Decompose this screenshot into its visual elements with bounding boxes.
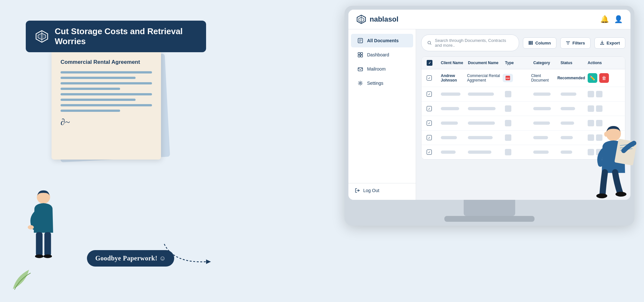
dashboard-label: Dashboard <box>367 52 389 57</box>
doc-front: Commercial Rental Agreement ∂~ <box>52 50 161 160</box>
skeleton-client-5 <box>441 136 457 139</box>
col-type: Type <box>505 61 531 65</box>
monitor-base <box>444 216 535 222</box>
search-placeholder: Search through Documents, Contracts and … <box>435 38 513 48</box>
user-icon[interactable]: 👤 <box>614 15 623 24</box>
skeleton-doc-3 <box>468 107 496 110</box>
skeleton-type-5 <box>505 134 511 141</box>
export-btn-label: Export <box>607 41 620 45</box>
goodbye-bubble: Goodbye Paperwork! ☺ <box>87 250 174 267</box>
svg-rect-19 <box>358 55 360 57</box>
skeleton-type-6 <box>505 149 511 155</box>
svg-rect-17 <box>358 53 360 54</box>
settings-icon <box>357 80 363 86</box>
document-illustration: Commercial Rental Agreement ∂~ <box>52 50 180 166</box>
left-section: Cut Storage Costs and Retrieval Worries … <box>0 0 206 302</box>
skeleton-client-2 <box>441 93 460 96</box>
app-header: nablasol 🔔 👤 <box>348 10 630 29</box>
doc-line-6 <box>61 99 136 101</box>
row-checkbox-6[interactable] <box>427 150 432 155</box>
doc-line-3 <box>61 82 152 84</box>
badge-text: Cut Storage Costs and Retrieval Worries <box>55 26 197 46</box>
sidebar-item-dashboard[interactable]: Dashboard <box>351 48 413 62</box>
skeleton-action-2a <box>588 91 594 97</box>
doc-line-1 <box>61 71 152 73</box>
skeleton-client-4 <box>441 122 458 125</box>
status-1: Recommended <box>557 76 585 80</box>
svg-point-36 <box>604 132 608 137</box>
toolbar: Search through Documents, Contracts and … <box>421 34 625 51</box>
sidebar-logout[interactable]: Log Out <box>348 183 416 198</box>
category-1: Client Document <box>531 73 555 83</box>
svg-line-25 <box>430 44 431 45</box>
filters-button[interactable]: Filters <box>560 37 591 49</box>
row-checkbox-1[interactable] <box>427 75 432 81</box>
logo-text: nablasol <box>370 15 398 24</box>
col-actions: Actions <box>588 61 620 65</box>
edit-button-1[interactable]: ✏️ <box>588 73 597 83</box>
skeleton-type-2 <box>505 91 511 97</box>
filters-btn-label: Filters <box>573 41 585 45</box>
col-category: Category <box>533 61 558 65</box>
skeleton-status-3 <box>561 107 575 110</box>
select-all-checkbox[interactable]: ✓ <box>427 60 432 66</box>
search-box[interactable]: Search through Documents, Contracts and … <box>421 34 519 51</box>
sidebar-item-all-documents[interactable]: All Documents <box>351 34 413 47</box>
nablasol-logo-icon <box>356 14 366 24</box>
skeleton-type-3 <box>505 105 511 112</box>
skeleton-status-2 <box>561 93 577 96</box>
doc-title: Commercial Rental Agreement <box>61 59 152 65</box>
sidebar-nav: All Documents Dashboard <box>348 33 416 183</box>
doc-line-4 <box>61 88 120 90</box>
skeleton-cat-5 <box>533 136 548 139</box>
leaf-decoration <box>10 267 35 292</box>
badge-icon <box>35 29 49 44</box>
person-right-figure <box>586 119 641 209</box>
header-icons: 🔔 👤 <box>600 15 623 24</box>
documents-icon <box>357 38 363 44</box>
skeleton-doc-6 <box>468 151 491 154</box>
logout-label: Log Out <box>363 188 379 193</box>
table-row-skeleton-3 <box>421 102 625 116</box>
export-button[interactable]: Export <box>594 37 625 49</box>
row-checkbox-2[interactable] <box>427 92 432 97</box>
col-doc-name: Document Name <box>468 61 502 65</box>
pdf-icon: PDF <box>505 75 510 81</box>
doc-name-1: Commercial Rental Aggrement <box>467 73 500 83</box>
table-row-skeleton-2 <box>421 87 625 102</box>
row-checkbox-3[interactable] <box>427 106 432 111</box>
column-button[interactable]: Column <box>523 37 556 49</box>
badge-container: Cut Storage Costs and Retrieval Worries <box>26 21 206 52</box>
doc-signature: ∂~ <box>61 117 152 127</box>
column-btn-label: Column <box>535 41 551 45</box>
monitor-wrapper: nablasol 🔔 👤 <box>345 6 634 226</box>
sidebar-item-mailroom[interactable]: Mailroom <box>351 62 413 76</box>
all-documents-label: All Documents <box>367 38 399 43</box>
svg-rect-27 <box>530 41 531 45</box>
doc-line-8 <box>61 110 120 112</box>
doc-line-7 <box>61 104 152 106</box>
skeleton-cat-4 <box>533 122 550 125</box>
skeleton-cat-2 <box>533 93 550 96</box>
delete-button-1[interactable]: 🗑 <box>599 73 609 83</box>
filter-icon <box>566 41 570 45</box>
skeleton-cat-3 <box>533 107 551 110</box>
skeleton-cat-6 <box>533 151 548 154</box>
svg-point-41 <box>596 193 607 198</box>
svg-rect-21 <box>358 68 363 71</box>
row-checkbox-4[interactable] <box>427 121 432 126</box>
svg-point-8 <box>43 255 52 258</box>
skeleton-status-5 <box>561 136 573 139</box>
skeleton-action-3a <box>588 105 594 112</box>
svg-rect-6 <box>44 232 51 256</box>
svg-point-22 <box>360 83 361 84</box>
row-checkbox-5[interactable] <box>427 135 432 140</box>
svg-text:PDF: PDF <box>506 77 510 79</box>
skeleton-doc-4 <box>468 122 495 125</box>
sidebar-item-settings[interactable]: Settings <box>351 76 413 90</box>
bell-icon[interactable]: 🔔 <box>600 15 609 24</box>
svg-rect-26 <box>529 41 530 45</box>
skeleton-doc-2 <box>468 93 494 96</box>
svg-rect-20 <box>361 55 363 57</box>
svg-marker-9 <box>206 259 211 264</box>
